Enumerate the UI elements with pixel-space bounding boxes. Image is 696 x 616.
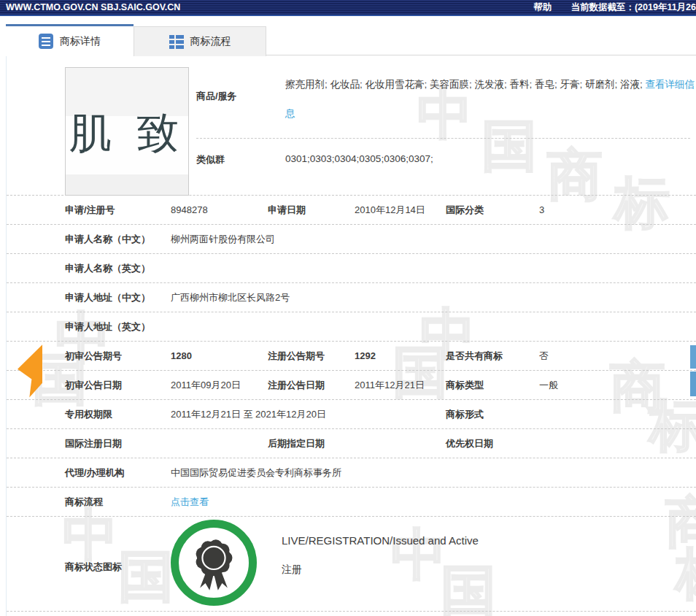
rosette-ribbon-icon — [184, 529, 244, 596]
intl-class-value: 3 — [539, 196, 544, 225]
row-applicant-en: 申请人名称（英文） — [7, 254, 696, 283]
similar-group-label: 类似群 — [196, 153, 225, 166]
detail-list-icon — [39, 34, 53, 49]
row-publication-no: 初审公告期号 1280 注册公告期号 1292 是否共有商标 否 — [7, 342, 696, 371]
applicant-cn-label: 申请人名称（中文） — [65, 225, 150, 254]
is-shared-label: 是否共有商标 — [446, 342, 503, 371]
tab-label: 商标流程 — [190, 35, 231, 48]
address-en-label: 申请人地址（英文） — [65, 312, 150, 342]
row-address-cn: 申请人地址（中文） 广西柳州市柳北区长风路2号 — [7, 283, 696, 312]
reg-pub-no-label: 注册公告期号 — [268, 342, 325, 371]
divider — [196, 138, 690, 139]
status-text-en: LIVE/REGISTRATION/Issued and Active — [282, 534, 479, 547]
edge-tab-bottom[interactable] — [690, 371, 696, 396]
goods-list-text: 擦亮用剂; 化妆品; 化妆用雪花膏; 美容面膜; 洗发液; 香料; 香皂; 牙膏… — [285, 79, 646, 90]
top-bar: WWW.CTMO.GOV.CN SBJ.SAIC.GOV.CN 帮助 当前数据截… — [0, 0, 696, 16]
row-agent: 代理/办理机构 中国国际贸易促进委员会专利商标事务所 — [7, 458, 696, 488]
reg-pub-date-value: 2011年12月21日 — [355, 371, 425, 400]
edge-tab-top[interactable] — [690, 345, 696, 369]
priority-date-label: 优先权日期 — [446, 429, 493, 458]
first-pub-no-value: 1280 — [171, 342, 192, 371]
tab-trademark-detail[interactable]: 商标详情 — [6, 24, 134, 56]
first-pub-date-label: 初审公告日期 — [65, 371, 122, 400]
reg-no-value: 8948278 — [171, 196, 208, 225]
applicant-cn-value: 柳州两面针股份有限公司 — [171, 225, 275, 254]
similar-group-value: 0301;0303;0304;0305;0306;0307; — [285, 153, 433, 164]
intl-reg-date-label: 国际注册日期 — [65, 429, 122, 458]
intl-class-label: 国际分类 — [446, 196, 484, 225]
first-pub-date-value: 2011年09月20日 — [171, 371, 241, 400]
status-text-cn: 注册 — [282, 563, 302, 577]
applicant-en-label: 申请人名称（英文） — [65, 254, 150, 283]
status-medal-icon — [171, 520, 257, 606]
trademark-image-text: 肌 致 — [69, 101, 185, 162]
address-cn-label: 申请人地址（中文） — [65, 283, 150, 312]
trademark-image: 肌 致 — [65, 67, 189, 196]
detail-panel: 肌 致 商品/服务 擦亮用剂; 化妆品; 化妆用雪花膏; 美容面膜; 洗发液; … — [6, 55, 696, 616]
later-desig-date-label: 后期指定日期 — [268, 429, 325, 458]
goods-section: 肌 致 商品/服务 擦亮用剂; 化妆品; 化妆用雪花膏; 美容面膜; 洗发液; … — [7, 55, 696, 196]
reg-pub-no-value: 1292 — [355, 342, 376, 371]
first-pub-no-label: 初审公告期号 — [65, 342, 122, 371]
goods-services-value: 擦亮用剂; 化妆品; 化妆用雪花膏; 美容面膜; 洗发液; 香料; 香皂; 牙膏… — [285, 70, 696, 128]
site-domains: WWW.CTMO.GOV.CN SBJ.SAIC.GOV.CN — [6, 2, 180, 12]
reg-no-label: 申请/注册号 — [65, 196, 115, 225]
row-applicant-cn: 申请人名称（中文） 柳州两面针股份有限公司 — [7, 225, 696, 254]
process-label: 商标流程 — [65, 488, 103, 517]
exclusive-period-label: 专用权期限 — [65, 400, 112, 429]
reg-pub-date-label: 注册公告日期 — [268, 371, 325, 400]
is-shared-value: 否 — [539, 342, 549, 371]
row-publication-date: 初审公告日期 2011年09月20日 注册公告日期 2011年12月21日 商标… — [7, 371, 696, 400]
app-date-label: 申请日期 — [268, 196, 306, 225]
row-registration: 申请/注册号 8948278 申请日期 2010年12月14日 国际分类 3 — [7, 196, 696, 225]
tab-bar: 商标详情 商标流程 — [6, 24, 696, 55]
status-label: 商标状态图标 — [65, 561, 122, 574]
tm-type-label: 商标类型 — [446, 371, 484, 400]
row-exclusive-period: 专用权期限 2011年12月21日 至 2021年12月20日 商标形式 — [7, 400, 696, 429]
row-status: 商标状态图标 LIVE/REGISTRATION/Issued and Ac — [7, 517, 696, 612]
process-list-icon — [169, 35, 184, 49]
tab-label: 商标详情 — [60, 35, 101, 48]
exclusive-period-value: 2011年12月21日 至 2021年12月20日 — [171, 400, 326, 429]
process-view-link[interactable]: 点击查看 — [171, 488, 209, 517]
row-address-en: 申请人地址（英文） — [7, 312, 696, 342]
help-link[interactable]: 帮助 — [533, 1, 552, 14]
data-asof-text: 当前数据截至：(2019年11月26 — [571, 1, 696, 14]
agent-label: 代理/办理机构 — [65, 458, 125, 488]
agent-value: 中国国际贸易促进委员会专利商标事务所 — [171, 458, 341, 488]
row-international-dates: 国际注册日期 后期指定日期 优先权日期 — [7, 429, 696, 458]
row-process: 商标流程 点击查看 — [7, 488, 696, 517]
app-date-value: 2010年12月14日 — [355, 196, 425, 225]
tm-form-label: 商标形式 — [446, 400, 484, 429]
address-cn-value: 广西柳州市柳北区长风路2号 — [171, 283, 290, 312]
tm-type-value: 一般 — [539, 371, 558, 400]
trademark-detail-page: 中 国 商 标 中 国 中 国 商 标 中 国 中 国 商 标 WWW.CTMO… — [0, 0, 696, 616]
goods-services-label: 商品/服务 — [196, 90, 237, 103]
tab-trademark-process[interactable]: 商标流程 — [134, 26, 266, 56]
